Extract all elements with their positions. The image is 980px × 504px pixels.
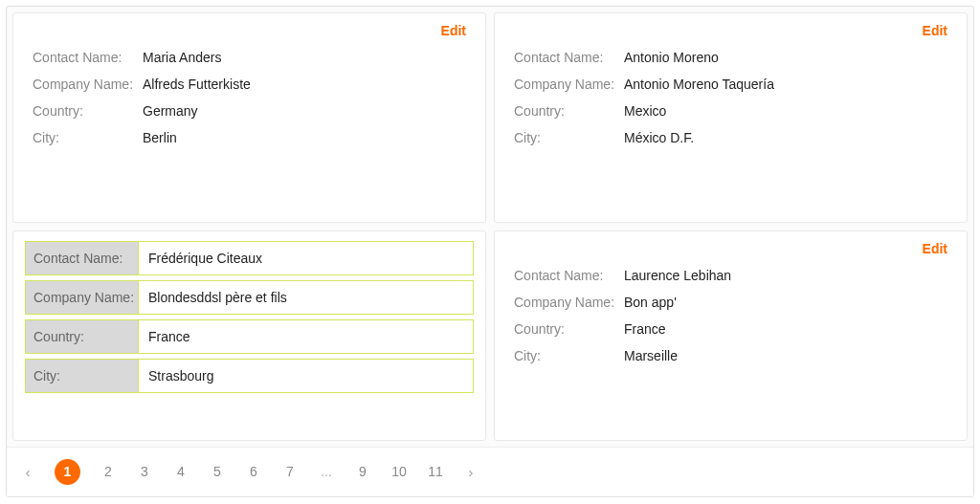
field-row: Company Name:Alfreds Futterkiste [33, 75, 466, 94]
field-row: City:Marseille [514, 346, 947, 365]
edit-field-row: Company Name: [25, 280, 474, 315]
pager-page[interactable]: 2 [100, 459, 117, 485]
edit-field-row: Country: [25, 319, 474, 354]
pager-ellipsis: ... [318, 459, 335, 485]
pager-page[interactable]: 3 [136, 459, 153, 485]
field-label: Country: [26, 320, 139, 353]
field-row: City:México D.F. [514, 128, 947, 147]
field-row: Country:France [514, 319, 947, 339]
company-name-label: Company Name: [33, 75, 143, 94]
company-name-label: Company Name: [514, 75, 624, 94]
contact-card: EditContact Name:Maria AndersCompany Nam… [12, 12, 486, 223]
pager-page[interactable]: 10 [390, 459, 408, 485]
country-label: Country: [514, 319, 624, 339]
company-name-value: Alfreds Futterkiste [143, 75, 251, 94]
edit-button[interactable]: Edit [923, 23, 947, 38]
pager: ‹1234567...91011› [7, 447, 973, 496]
field-row: Country:Germany [33, 101, 466, 121]
country-value: France [624, 319, 666, 339]
city-input[interactable] [139, 360, 473, 392]
field-row: Company Name:Bon app' [514, 293, 947, 312]
city-label: City: [33, 128, 143, 147]
edit-field-row: Contact Name: [25, 241, 474, 275]
country-value: Mexico [624, 101, 666, 121]
field-label: Company Name: [26, 281, 139, 314]
card-toolbar: Edit [514, 23, 947, 48]
pager-page[interactable]: 9 [354, 459, 371, 485]
contact-card: EditContact Name:Laurence LebihanCompany… [494, 230, 968, 441]
contact-card: EditContact Name:Antonio MorenoCompany N… [494, 12, 968, 223]
pager-page[interactable]: 6 [245, 459, 262, 485]
pager-page[interactable]: 7 [281, 459, 299, 485]
company-name-label: Company Name: [514, 293, 624, 312]
field-row: Country:Mexico [514, 101, 947, 121]
field-label: City: [26, 360, 139, 392]
pager-prev[interactable]: ‹ [20, 459, 35, 485]
contact-name-value: Antonio Moreno [624, 48, 719, 67]
field-row: Contact Name:Laurence Lebihan [514, 266, 947, 285]
pager-next[interactable]: › [463, 459, 479, 485]
country-input[interactable] [139, 320, 473, 353]
edit-button[interactable]: Edit [923, 241, 947, 256]
card-toolbar: Edit [33, 23, 466, 48]
city-value: Marseille [624, 346, 678, 365]
company-name-value: Antonio Moreno Taquería [624, 75, 774, 94]
field-row: City:Berlin [33, 128, 466, 147]
country-value: Germany [143, 101, 198, 121]
edit-field-row: City: [25, 359, 474, 393]
contact-name-input[interactable] [139, 242, 473, 274]
contact-card: Contact Name:Company Name:Country:City: [12, 230, 486, 441]
pager-page-current[interactable]: 1 [55, 459, 80, 485]
pager-page[interactable]: 11 [427, 459, 444, 485]
card-toolbar: Edit [514, 241, 947, 266]
company-name-value: Bon app' [624, 293, 677, 312]
city-value: México D.F. [624, 128, 694, 147]
country-label: Country: [514, 101, 624, 121]
edit-button[interactable]: Edit [441, 23, 466, 38]
field-label: Contact Name: [26, 242, 139, 274]
company-name-input[interactable] [139, 281, 473, 314]
field-row: Contact Name:Antonio Moreno [514, 48, 947, 67]
contact-name-value: Laurence Lebihan [624, 266, 731, 285]
city-label: City: [514, 346, 624, 365]
city-value: Berlin [143, 128, 177, 147]
contact-name-label: Contact Name: [33, 48, 143, 67]
pager-page[interactable]: 4 [172, 459, 189, 485]
contact-name-label: Contact Name: [514, 48, 624, 67]
city-label: City: [514, 128, 624, 147]
country-label: Country: [33, 101, 143, 121]
contact-name-label: Contact Name: [514, 266, 624, 285]
field-row: Contact Name:Maria Anders [33, 48, 466, 67]
pager-page[interactable]: 5 [209, 459, 226, 485]
contact-name-value: Maria Anders [143, 48, 221, 67]
field-row: Company Name:Antonio Moreno Taquería [514, 75, 947, 94]
